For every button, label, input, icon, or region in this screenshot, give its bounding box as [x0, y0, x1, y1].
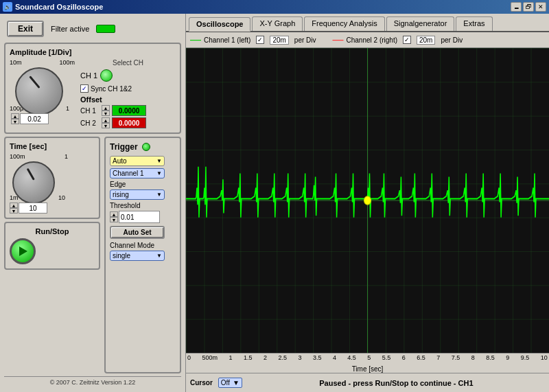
- sync-checkbox-row[interactable]: ✓ Sync CH 1&2: [80, 84, 176, 93]
- ch1-per-div[interactable]: 20m: [270, 36, 288, 45]
- edge-arrow: ▼: [156, 192, 162, 198]
- offset-section: Offset CH 1 ▲ ▼ 0.0000 CH 2: [80, 95, 176, 128]
- cursor-label: Cursor: [190, 379, 213, 387]
- ch1-channel-label: Channel 1 (left): [204, 36, 250, 44]
- filter-indicator: [96, 25, 115, 33]
- ch1-offset-up[interactable]: ▲: [102, 105, 110, 111]
- trigger-channel-dropdown[interactable]: Channel 1 ▼: [110, 168, 165, 178]
- amp-spinbox-up[interactable]: ▲: [11, 113, 19, 119]
- channel-mode-value: single: [113, 252, 130, 260]
- edge-dropdown[interactable]: rising ▼: [110, 189, 165, 200]
- amplitude-section: Amplitude [1/Div] 10m 100m 100µ 1 ▲ ▼: [4, 43, 181, 134]
- threshold-spinbox[interactable]: 0.01: [119, 211, 160, 223]
- tick-8: 8: [471, 354, 475, 361]
- channel-mode-arrow: ▼: [156, 253, 162, 259]
- footer: © 2007 C. Zeitnitz Version 1.22: [4, 376, 181, 388]
- time-spinbox-up[interactable]: ▲: [10, 203, 18, 208]
- time-section: Time [sec] 100m 1 1m 10 ▲ ▼: [4, 137, 100, 219]
- top-controls: Exit Filter active: [4, 18, 181, 40]
- tick-6: 6: [402, 354, 406, 361]
- tick-10: 10: [541, 354, 548, 361]
- tab-frequency-analysis[interactable]: Frequency Analysis: [304, 16, 384, 31]
- trigger-mode-value: Auto: [113, 157, 127, 165]
- tick-1-5: 1.5: [244, 354, 253, 361]
- ch1-led: [100, 69, 113, 82]
- ch-selector[interactable]: CH 1: [80, 69, 176, 82]
- close-button[interactable]: ✕: [535, 2, 546, 12]
- time-spinbox-value[interactable]: 10: [19, 203, 47, 214]
- sync-label: Sync CH 1&2: [91, 85, 132, 93]
- time-title: Time [sec]: [10, 142, 95, 150]
- time-label-tr: 1: [65, 153, 68, 160]
- cursor-marker: [364, 196, 371, 205]
- tab-signalgenerator[interactable]: Signalgenerator: [386, 16, 455, 31]
- tick-2: 2: [264, 354, 267, 361]
- auto-set-button[interactable]: Auto Set: [110, 226, 165, 239]
- channel-bar: — Channel 1 (left) ✓ 20m per Div — Chann…: [186, 32, 549, 48]
- tab-xy-graph[interactable]: X-Y Graph: [252, 16, 303, 31]
- tick-5-5: 5.5: [382, 354, 391, 361]
- ch2-offset-label: CH 2: [80, 119, 100, 127]
- ch2-per-div[interactable]: 20m: [417, 36, 435, 45]
- sync-checkbox[interactable]: ✓: [80, 84, 89, 93]
- runstop-icon: [19, 246, 29, 256]
- x-axis-label: Time [sec]: [186, 365, 549, 373]
- amp-spinbox-value[interactable]: 0.02: [20, 113, 49, 124]
- time-spinbox-down[interactable]: ▼: [10, 208, 18, 214]
- runstop-section: Run/Stop: [4, 222, 100, 270]
- cursor-mode-arrow: ▼: [233, 379, 240, 387]
- restore-button[interactable]: 🗗: [523, 2, 534, 12]
- tick-7-5: 7.5: [452, 354, 460, 361]
- oscilloscope-grid: [186, 48, 549, 353]
- amp-spinbox-down[interactable]: ▼: [11, 119, 19, 124]
- cursor-mode-dropdown[interactable]: Off ▼: [218, 378, 242, 388]
- trigger-mode-arrow: ▼: [156, 158, 162, 164]
- tab-extras[interactable]: Extras: [456, 16, 492, 31]
- ch2-checkbox[interactable]: ✓: [403, 36, 411, 44]
- amplitude-title: Amplitude [1/Div]: [10, 48, 176, 56]
- ch2-channel-label: Channel 2 (right): [347, 36, 397, 44]
- window-title: Soundcard Oszilloscope: [15, 3, 103, 11]
- ch1-checkbox[interactable]: ✓: [256, 36, 264, 44]
- tick-5: 5: [367, 354, 371, 361]
- x-axis-labels: 0 500m 1 1.5 2 2.5 3 3.5 4 4.5 5 5.5 6 6…: [186, 353, 549, 365]
- threshold-up[interactable]: ▲: [110, 211, 118, 217]
- oscilloscope-display[interactable]: [186, 48, 549, 353]
- exit-button[interactable]: Exit: [7, 21, 44, 37]
- tick-1: 1: [229, 354, 232, 361]
- ch1-color-indicator: —: [190, 34, 201, 45]
- trigger-channel-value: Channel 1: [113, 170, 144, 177]
- time-knob[interactable]: [12, 161, 55, 204]
- minimize-button[interactable]: 🗕: [511, 2, 522, 12]
- tick-3-5: 3.5: [313, 354, 322, 361]
- ch1-offset-value[interactable]: 0.0000: [112, 105, 146, 116]
- copyright: © 2007 C. Zeitnitz Version 1.22: [50, 379, 136, 386]
- title-bar: 🔊 Soundcard Oszilloscope 🗕 🗗 ✕: [0, 0, 549, 14]
- select-ch-label: Select CH: [80, 59, 176, 67]
- runstop-button[interactable]: [10, 238, 36, 264]
- app-icon: 🔊: [3, 2, 12, 12]
- tick-0: 0: [187, 354, 191, 361]
- ch1-label-display: CH 1: [80, 71, 97, 80]
- ch2-per-div-unit: per Div: [441, 36, 463, 44]
- ch2-offset-up[interactable]: ▲: [102, 117, 110, 123]
- time-trigger-row: Time [sec] 100m 1 1m 10 ▲ ▼: [4, 137, 181, 373]
- runstop-label: Run/Stop: [10, 227, 95, 235]
- ch2-offset-value[interactable]: 0.0000: [112, 117, 146, 128]
- amplitude-knob-area[interactable]: 10m 100m 100µ 1 ▲ ▼ 0.02: [10, 59, 75, 124]
- channel-mode-label: Channel Mode: [110, 242, 176, 249]
- tick-9: 9: [506, 354, 509, 361]
- ch2-color-indicator: —: [333, 34, 344, 45]
- tab-oscilloscope[interactable]: Oscilloscope: [189, 17, 250, 32]
- channel-mode-dropdown[interactable]: single ▼: [110, 251, 165, 261]
- edge-value: rising: [113, 191, 129, 198]
- ch2-offset-down[interactable]: ▼: [102, 123, 110, 128]
- threshold-down[interactable]: ▼: [110, 217, 118, 222]
- filter-label: Filter active: [51, 25, 89, 33]
- tick-8-5: 8.5: [486, 354, 495, 361]
- tick-9-5: 9.5: [521, 354, 530, 361]
- ch1-offset-down[interactable]: ▼: [102, 111, 110, 116]
- time-label-br: 10: [58, 194, 65, 201]
- trigger-mode-dropdown[interactable]: Auto ▼: [110, 156, 165, 166]
- amplitude-knob[interactable]: [15, 67, 63, 115]
